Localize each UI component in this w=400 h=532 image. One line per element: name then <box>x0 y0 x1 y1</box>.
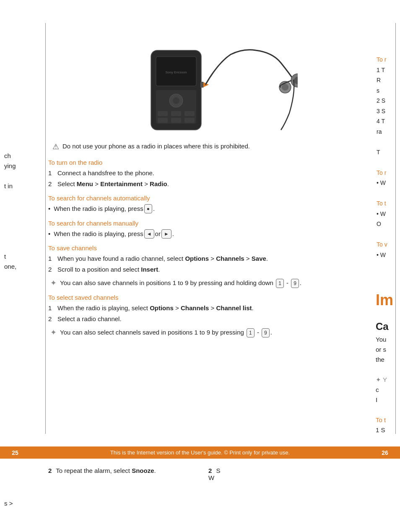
list-save-channels: 1 When you have found a radio channel, s… <box>48 254 371 274</box>
section-search-manual: To search for channels manually When the… <box>48 220 371 239</box>
rp-3: 3 S <box>377 106 400 117</box>
margin-line-left <box>45 23 46 434</box>
page-wrapper: ch ying t in t one, Sony Ericsson <box>0 0 400 532</box>
right-ca-section: Ca You or s the ✦ Y c I To t 1 S <box>376 319 400 435</box>
svg-rect-8 <box>184 111 195 116</box>
footer-bar: 25 This is the Internet version of the U… <box>0 446 400 459</box>
rp-2: 2 S <box>377 96 400 106</box>
ca-i: I <box>376 395 400 405</box>
heading-save-channels: To save channels <box>48 244 371 252</box>
rp-t: T <box>377 147 400 158</box>
bottom-left: 2 To repeat the alarm, select Snooze. <box>48 467 208 474</box>
section-select-saved: To select saved channels 1 When the radi… <box>48 294 371 324</box>
section-search-auto: To search for channels automatically Whe… <box>48 195 371 214</box>
ca-heading: Ca <box>376 319 400 335</box>
rp-o: O <box>377 219 400 229</box>
left-margin-t: t <box>4 253 6 260</box>
bm-s: s > <box>4 500 13 507</box>
bottom-left-num: 2 <box>48 467 52 474</box>
list-item: 2 Select Menu > Entertainment > Radio. <box>48 179 371 189</box>
svg-point-17 <box>282 84 288 91</box>
svg-rect-11 <box>184 118 195 123</box>
key-9: 9 <box>291 279 299 288</box>
tip-save-channels: ✦ You can also save channels in position… <box>48 278 371 288</box>
page-number-left: 25 <box>9 447 21 459</box>
rp-s1: s <box>377 86 400 96</box>
list-item: When the radio is playing, press ●. <box>48 204 371 214</box>
list-select-saved: 1 When the radio is playing, select Opti… <box>48 304 371 324</box>
key-left: ◄ <box>144 229 154 239</box>
svg-point-5 <box>173 97 179 104</box>
rp-heading2: To r <box>377 168 400 178</box>
rp-w2: • W <box>377 209 400 219</box>
left-margin-ch: ch <box>4 152 11 159</box>
ca-the: the <box>376 355 400 365</box>
bottom-right: 2 SW <box>208 467 352 481</box>
rp-w1: • W <box>377 178 400 188</box>
left-margin-tin: t in <box>4 182 13 189</box>
rp-heading4: To v <box>377 239 400 250</box>
list-turn-on-radio: 1 Connect a handsfree to the phone. 2 Se… <box>48 169 371 189</box>
key-9b: 9 <box>262 328 270 337</box>
list-search-manual: When the radio is playing, press ◄ or ►. <box>48 229 371 239</box>
svg-rect-12 <box>200 82 204 88</box>
list-search-auto: When the radio is playing, press ●. <box>48 204 371 214</box>
tip-sun-icon: ✦ <box>50 278 57 288</box>
rp-1: 1 T <box>377 65 400 75</box>
list-item: 2 Select a radio channel. <box>48 314 371 324</box>
bottom-section: 2 To repeat the alarm, select Snooze. 2 … <box>0 459 400 532</box>
left-margin-one: one, <box>4 263 16 270</box>
warning-block: ⚠ Do not use your phone as a radio in pl… <box>48 142 371 151</box>
ca-tip: ✦ Y <box>376 375 400 385</box>
right-im-section: Im <box>376 291 400 309</box>
warning-text: Do not use your phone as a radio in plac… <box>62 142 250 151</box>
footer-notice: This is the Internet version of the User… <box>110 449 290 456</box>
ca-c: c <box>376 385 400 395</box>
bottom-left-text: To repeat the alarm, select Snooze. <box>56 467 156 474</box>
heading-turn-on-radio: To turn on the radio <box>48 159 371 166</box>
tip-select-channels: ✦ You can also select channels saved in … <box>48 328 371 337</box>
heading-select-saved: To select saved channels <box>48 294 371 301</box>
rp-w3: • W <box>377 250 400 260</box>
rp-ra: ra <box>377 127 400 137</box>
rp-heading3: To t <box>377 198 400 209</box>
tip-select-text: You can also select channels saved in po… <box>60 328 272 337</box>
rp-4: 4 T <box>377 116 400 127</box>
svg-rect-10 <box>171 118 181 123</box>
list-item: 1 Connect a handsfree to the phone. <box>48 169 371 178</box>
svg-text:Sony Ericsson: Sony Ericsson <box>165 70 187 74</box>
im-heading: Im <box>376 291 400 309</box>
svg-rect-7 <box>171 111 181 116</box>
phone-image-area: Sony Ericsson <box>48 38 371 134</box>
section-turn-on-radio: To turn on the radio 1 Connect a handsfr… <box>48 159 371 189</box>
svg-rect-6 <box>158 111 168 116</box>
key-1: 1 <box>276 279 284 288</box>
ca-tot: To t <box>376 415 400 425</box>
left-margin-ying: ying <box>4 162 16 169</box>
list-item: 2 Scroll to a position and select Insert… <box>48 265 371 275</box>
main-content: Sony Ericsson <box>48 38 371 342</box>
key-right: ► <box>161 229 171 239</box>
heading-search-auto: To search for channels automatically <box>48 195 371 202</box>
rp-r: R <box>377 75 400 86</box>
list-item: 1 When you have found a radio channel, s… <box>48 254 371 264</box>
key-center: ● <box>144 204 152 213</box>
rp-heading1: To r <box>377 54 400 65</box>
tip-save-text: You can also save channels in positions … <box>60 278 301 288</box>
key-1b: 1 <box>247 328 255 337</box>
bottom-right-num: 2 <box>208 467 212 474</box>
page-number-right: 26 <box>379 447 391 459</box>
bottom-left-margin: s > <box>4 500 13 507</box>
left-margin-text: ch ying t in t one, <box>0 151 45 272</box>
ca-or: or s <box>376 345 400 355</box>
tip-sun-icon-2: ✦ <box>50 328 57 337</box>
warning-icon: ⚠ <box>52 142 59 151</box>
heading-search-manual: To search for channels manually <box>48 220 371 227</box>
phone-svg: Sony Ericsson <box>122 38 298 134</box>
ca-you: You <box>376 335 400 345</box>
list-item: 1 When the radio is playing, select Opti… <box>48 304 371 313</box>
section-save-channels: To save channels 1 When you have found a… <box>48 244 371 274</box>
svg-rect-9 <box>158 118 168 123</box>
list-item: When the radio is playing, press ◄ or ►. <box>48 229 371 239</box>
ca-1s: 1 S <box>376 425 400 435</box>
